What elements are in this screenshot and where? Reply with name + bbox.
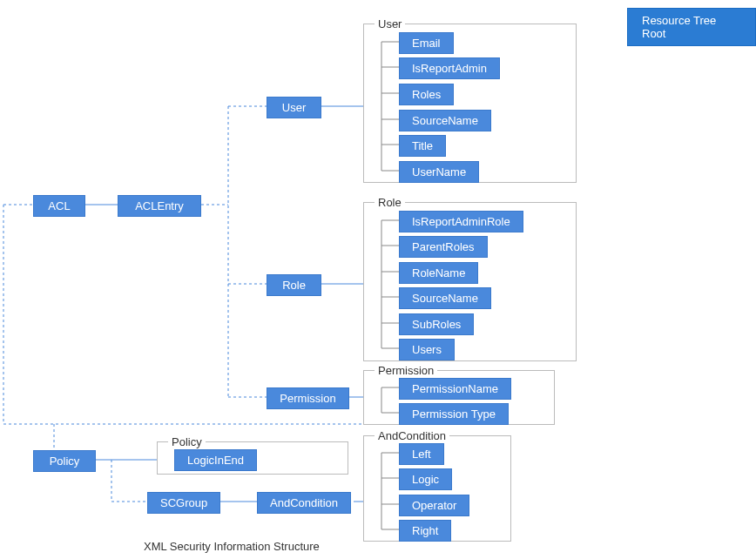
role-group-label: Role <box>375 196 405 209</box>
role-node: Role <box>267 274 321 296</box>
role-prop-isreportadminrole: IsReportAdminRole <box>399 211 523 232</box>
andcondition-prop-right: Right <box>399 520 451 542</box>
user-group-label: User <box>375 17 405 30</box>
permission-prop-name: PermissionName <box>399 378 511 400</box>
user-group-box <box>363 24 577 183</box>
role-prop-users: Users <box>399 339 455 360</box>
andcondition-node: AndCondition <box>257 492 351 514</box>
acl-node: ACL <box>33 195 85 217</box>
role-prop-subroles: SubRoles <box>399 313 474 335</box>
andcondition-group-label: AndCondition <box>375 429 449 442</box>
user-prop-roles: Roles <box>399 84 454 105</box>
permission-node: Permission <box>267 387 349 409</box>
user-prop-username: UserName <box>399 161 479 183</box>
aclentry-node: ACLEntry <box>118 195 201 217</box>
role-prop-rolename: RoleName <box>399 262 478 284</box>
policy-group-label: Policy <box>168 435 206 448</box>
andcondition-prop-logic: Logic <box>399 468 452 490</box>
user-prop-sourcename: SourceName <box>399 110 491 131</box>
permission-prop-type: Permission Type <box>399 403 509 425</box>
permission-group-label: Permission <box>375 364 437 377</box>
andcondition-prop-left: Left <box>399 443 444 465</box>
policy-prop-logicinend: LogicInEnd <box>174 449 257 471</box>
role-prop-parentroles: ParentRoles <box>399 236 488 258</box>
user-prop-email: Email <box>399 32 454 54</box>
resource-tree-root-button[interactable]: Resource Tree Root <box>627 8 756 46</box>
user-prop-title: Title <box>399 135 446 157</box>
user-node: User <box>267 97 321 118</box>
user-prop-isreportadmin: IsReportAdmin <box>399 57 500 79</box>
policy-node: Policy <box>33 450 96 472</box>
role-prop-sourcename: SourceName <box>399 287 491 309</box>
diagram-caption: XML Security Information Structure <box>144 540 320 553</box>
andcondition-prop-operator: Operator <box>399 495 469 516</box>
scgroup-node: SCGroup <box>147 492 220 514</box>
